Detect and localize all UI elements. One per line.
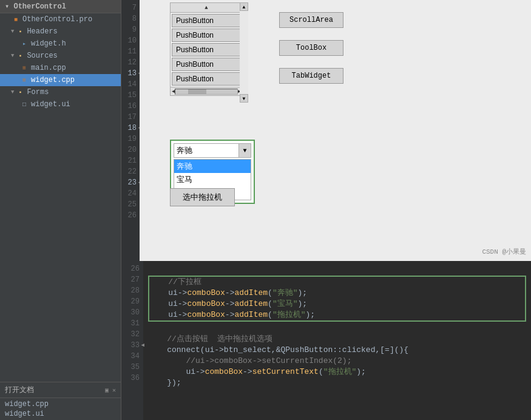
- code-line-35: ui->comboBox->setCurrentText("拖拉机");: [148, 367, 526, 378]
- scroll-track[interactable]: [175, 89, 237, 95]
- code-line-34: //ui->comboBox->setCurrentIndex(2);: [148, 356, 526, 367]
- code-line-31: [148, 323, 526, 334]
- pro-icon: ■: [11, 15, 21, 24]
- folder-icon: ▪: [15, 51, 25, 61]
- combo-current-value: 奔驰: [174, 144, 238, 157]
- ui-file-icon: □: [19, 100, 29, 109]
- open-docs-panel[interactable]: 打开文档 ▣ ✕: [0, 382, 121, 398]
- open-docs-label: 打开文档: [5, 385, 34, 395]
- pushbutton-1[interactable]: PushButton: [172, 14, 241, 27]
- code-highlight-box: //下拉框 ui->comboBox->addItem("奔驰"); ui->c…: [148, 276, 526, 322]
- right-controls: ScrollArea ToolBox TabWidget: [279, 12, 343, 84]
- scroll-up[interactable]: ▲: [171, 3, 242, 13]
- pushbutton-5[interactable]: PushButton: [172, 72, 241, 86]
- arrow-icon: ▼: [11, 29, 14, 35]
- combo-header[interactable]: 奔驰 ▼: [174, 143, 251, 158]
- code-line-26: [148, 263, 526, 274]
- code-line-33: connect(ui->btn_select,&QPushButton::cli…: [148, 345, 526, 356]
- watermark: CSDN @小果曼: [482, 247, 526, 256]
- toolbox-button[interactable]: ToolBox: [279, 40, 343, 56]
- combo-option-1[interactable]: 宝马: [174, 173, 251, 186]
- code-line-28: ui->comboBox->addItem("奔驰");: [149, 288, 525, 299]
- pushbutton-area: ▲ PushButton PushButton PushButton PushB…: [170, 2, 243, 96]
- code-line-29: ui->comboBox->addItem("宝马");: [149, 299, 525, 310]
- file-tree: ■ OtherControl.pro ▼ ▪ Headers ▸ widget.…: [0, 13, 121, 382]
- sidebar-item-project[interactable]: ■ OtherControl.pro: [0, 13, 121, 25]
- open-file-widget-ui[interactable]: widget.ui: [5, 409, 116, 419]
- scroll-area-button[interactable]: ScrollArea: [279, 12, 343, 28]
- sidebar-item-headers[interactable]: ▼ ▪ Headers: [0, 25, 121, 38]
- sidebar-item-sources[interactable]: ▼ ▪ Sources: [0, 50, 121, 62]
- scroll-thumb[interactable]: [188, 89, 206, 94]
- code-line-36: });: [148, 378, 526, 388]
- folder-icon: ▪: [15, 87, 25, 97]
- sidebar-item-widget-cpp[interactable]: ≡ widget.cpp: [0, 74, 121, 86]
- code-line-32: //点击按钮 选中拖拉机选项: [148, 334, 526, 345]
- cpp-file-icon: ≡: [19, 75, 29, 85]
- vertical-scrollbar[interactable]: ▲ ▼: [240, 2, 248, 103]
- header-file-icon: ▸: [19, 39, 29, 49]
- widget-preview: ▲ PushButton PushButton PushButton PushB…: [140, 0, 531, 261]
- open-file-widget-cpp[interactable]: widget.cpp: [5, 399, 116, 409]
- code-content[interactable]: //下拉框 ui->comboBox->addItem("奔驰"); ui->c…: [143, 261, 531, 420]
- arrow-icon: ▼: [11, 53, 14, 59]
- cpp-file-icon: ≡: [19, 63, 29, 73]
- select-button[interactable]: 选中拖拉机: [170, 188, 235, 206]
- horizontal-scrollbar[interactable]: ◀ ▶: [171, 87, 242, 95]
- main-content: 7 8 9 10 11 12 13 ◀ 14 15 16 17 18 ◀ 19 …: [121, 0, 531, 420]
- sidebar: ▾ OtherControl ■ OtherControl.pro ▼ ▪ He…: [0, 0, 121, 420]
- project-icon: ▾: [5, 2, 13, 11]
- pushbutton-3[interactable]: PushButton: [172, 43, 241, 56]
- project-name: ▾ OtherControl: [0, 0, 121, 13]
- combo-dropdown-arrow[interactable]: ▼: [238, 144, 251, 157]
- pushbutton-4[interactable]: PushButton: [172, 58, 241, 71]
- scroll-track-v[interactable]: [240, 11, 248, 94]
- sidebar-item-widget-ui[interactable]: □ widget.ui: [0, 98, 121, 110]
- scroll-up-icon: ▲: [205, 5, 208, 11]
- tabwidget-button[interactable]: TabWidget: [279, 68, 343, 84]
- scroll-down-btn[interactable]: ▼: [240, 94, 248, 103]
- scroll-up-btn[interactable]: ▲: [240, 2, 248, 11]
- preview-line-numbers: 7 8 9 10 11 12 13 ◀ 14 15 16 17 18 ◀ 19 …: [121, 0, 140, 261]
- code-editor: 26 27 28 29 30 31 32 33 ◀ 34 35 36 //下拉框…: [121, 261, 531, 420]
- pushbutton-2[interactable]: PushButton: [172, 29, 241, 42]
- sidebar-item-widget-h[interactable]: ▸ widget.h: [0, 38, 121, 50]
- folder-icon: ▪: [15, 27, 25, 36]
- sidebar-item-forms[interactable]: ▼ ▪ Forms: [0, 86, 121, 98]
- sidebar-item-main-cpp[interactable]: ≡ main.cpp: [0, 62, 121, 74]
- code-line-30: ui->comboBox->addItem("拖拉机");: [149, 310, 525, 320]
- code-line-numbers: 26 27 28 29 30 31 32 33 ◀ 34 35 36: [121, 261, 143, 420]
- panel-icons: ▣ ✕: [105, 387, 116, 394]
- arrow-icon: ▼: [11, 89, 14, 95]
- preview-wrapper: 7 8 9 10 11 12 13 ◀ 14 15 16 17 18 ◀ 19 …: [121, 0, 531, 261]
- code-line-27: //下拉框: [149, 277, 525, 288]
- combo-option-0[interactable]: 奔驰: [174, 160, 251, 173]
